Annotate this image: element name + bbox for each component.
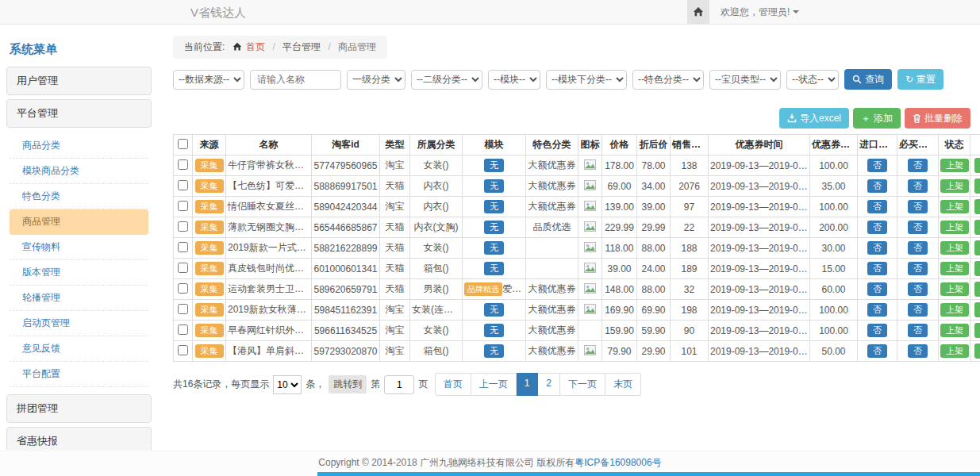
row-checkbox[interactable] [178, 159, 188, 170]
page-button-下一页[interactable]: 下一页 [560, 373, 605, 396]
edit-button[interactable] [974, 158, 980, 173]
sidebar-item-11[interactable]: 平台配置 [10, 362, 148, 387]
sidebar-item-5[interactable]: 商品管理 [10, 209, 148, 235]
breadcrumb-home-link[interactable]: 首页 [246, 41, 265, 52]
icp-link[interactable]: 粤ICP备16098006号 [575, 457, 661, 468]
status-badge[interactable]: 上架 [940, 241, 969, 255]
sidebar-item-8[interactable]: 轮播管理 [10, 286, 148, 311]
status-badge[interactable]: 上架 [940, 159, 969, 172]
status-badge[interactable]: 上架 [940, 200, 969, 213]
must-buy-badge[interactable]: 否 [908, 324, 928, 337]
row-checkbox[interactable] [178, 221, 188, 232]
must-buy-badge[interactable]: 否 [908, 282, 928, 296]
must-buy-badge[interactable]: 否 [908, 221, 928, 234]
row-checkbox[interactable] [178, 345, 188, 355]
filter-select-5[interactable]: --特色分类-- [632, 70, 704, 90]
sidebar-item-9[interactable]: 启动页管理 [10, 311, 148, 336]
edit-button[interactable] [974, 344, 980, 359]
import-select-badge[interactable]: 否 [867, 241, 887, 255]
jump-button[interactable]: 跳转到 [329, 375, 367, 393]
row-checkbox[interactable] [178, 304, 188, 314]
module-badge: 品牌精选 [464, 282, 502, 296]
row-checkbox[interactable] [178, 263, 188, 273]
search-button[interactable]: 查询 [844, 69, 892, 90]
import-select-badge[interactable]: 否 [867, 200, 887, 213]
status-badge[interactable]: 上架 [940, 262, 969, 275]
must-buy-badge[interactable]: 否 [908, 344, 928, 358]
status-badge[interactable]: 上架 [940, 282, 969, 296]
must-buy-badge[interactable]: 否 [908, 179, 928, 193]
filter-select-1[interactable]: 一级分类 [347, 70, 405, 90]
filter-select-6[interactable]: --宝贝类型-- [709, 70, 781, 90]
edit-button[interactable] [974, 261, 980, 276]
per-page-select[interactable]: 10 [273, 375, 302, 394]
filter-select-3[interactable]: --模块-- [488, 70, 540, 90]
price: 118.00 [602, 238, 637, 259]
sales-count: 32 [671, 279, 709, 300]
add-button[interactable]: ＋ 添加 [853, 108, 901, 129]
sidebar-group-13[interactable]: 省惠快报 [6, 427, 152, 450]
import-select-badge[interactable]: 否 [867, 262, 887, 275]
import-select-badge[interactable]: 否 [867, 159, 887, 172]
must-buy-badge[interactable]: 否 [908, 262, 928, 275]
sidebar-item-4[interactable]: 特色分类 [10, 184, 148, 209]
page-button-首页[interactable]: 首页 [435, 373, 471, 396]
import-select-badge[interactable]: 否 [867, 324, 887, 337]
select-all-checkbox[interactable] [178, 139, 188, 149]
edit-button[interactable] [974, 199, 980, 214]
import-select-badge[interactable]: 否 [867, 344, 887, 358]
must-buy-badge[interactable]: 否 [908, 159, 928, 172]
row-checkbox[interactable] [178, 180, 188, 190]
sidebar-group-12[interactable]: 拼团管理 [6, 394, 152, 423]
import-excel-button[interactable]: 导入excel [779, 108, 849, 129]
page-number-input[interactable] [384, 375, 414, 394]
must-buy-badge[interactable]: 否 [908, 303, 928, 317]
sidebar-item-3[interactable]: 模块商品分类 [10, 159, 148, 184]
edit-button[interactable] [974, 302, 980, 317]
home-button[interactable] [687, 0, 709, 24]
import-select-badge[interactable]: 否 [867, 303, 887, 317]
status-badge[interactable]: 上架 [940, 303, 969, 317]
status-badge[interactable]: 上架 [940, 344, 969, 358]
edit-button[interactable] [974, 282, 980, 297]
sidebar-item-7[interactable]: 版本管理 [10, 260, 148, 286]
name-search-input[interactable] [250, 70, 341, 90]
import-select-badge[interactable]: 否 [867, 282, 887, 296]
page-button-1[interactable]: 1 [517, 373, 539, 396]
row-checkbox[interactable] [178, 324, 188, 335]
source-badge: 采集 [195, 344, 224, 358]
page-button-末页[interactable]: 末页 [605, 373, 641, 396]
must-buy-badge[interactable]: 否 [908, 241, 928, 255]
row-checkbox[interactable] [178, 283, 188, 294]
user-menu[interactable]: 欢迎您，管理员! [721, 6, 799, 19]
sidebar-group-0[interactable]: 用户管理 [6, 67, 152, 95]
sales-count: 90 [671, 321, 709, 341]
module-badge: 无 [484, 221, 504, 234]
edit-button[interactable] [974, 240, 980, 255]
row-checkbox[interactable] [178, 242, 188, 252]
module-cell: 无 [463, 300, 526, 321]
sidebar-group-1[interactable]: 平台管理 [6, 99, 152, 128]
status-badge[interactable]: 上架 [940, 179, 969, 193]
page-button-上一页[interactable]: 上一页 [471, 373, 517, 396]
import-select-badge[interactable]: 否 [867, 221, 887, 234]
filter-select-7[interactable]: --状态-- [786, 70, 839, 90]
filter-select-0[interactable]: --数据来源-- [173, 70, 244, 90]
reset-button[interactable]: ↻ 重置 [897, 69, 943, 90]
must-buy-badge[interactable]: 否 [908, 200, 928, 213]
sidebar-item-10[interactable]: 意见反馈 [10, 336, 148, 362]
sidebar-item-6[interactable]: 宣传物料 [10, 235, 148, 260]
import-select-badge[interactable]: 否 [867, 179, 887, 193]
filter-select-2[interactable]: --二级分类-- [411, 70, 482, 90]
edit-button[interactable] [974, 178, 980, 194]
status-badge[interactable]: 上架 [940, 221, 969, 234]
batch-delete-button[interactable]: 批量删除 [905, 108, 970, 129]
column-header: 来源 [193, 135, 226, 155]
status-badge[interactable]: 上架 [940, 324, 969, 337]
page-button-2[interactable]: 2 [538, 373, 560, 396]
sidebar-item-2[interactable]: 商品分类 [10, 133, 148, 159]
row-checkbox[interactable] [178, 201, 188, 211]
filter-select-4[interactable]: --模块下分类-- [546, 70, 627, 90]
edit-button[interactable] [974, 323, 980, 338]
edit-button[interactable] [974, 220, 980, 235]
